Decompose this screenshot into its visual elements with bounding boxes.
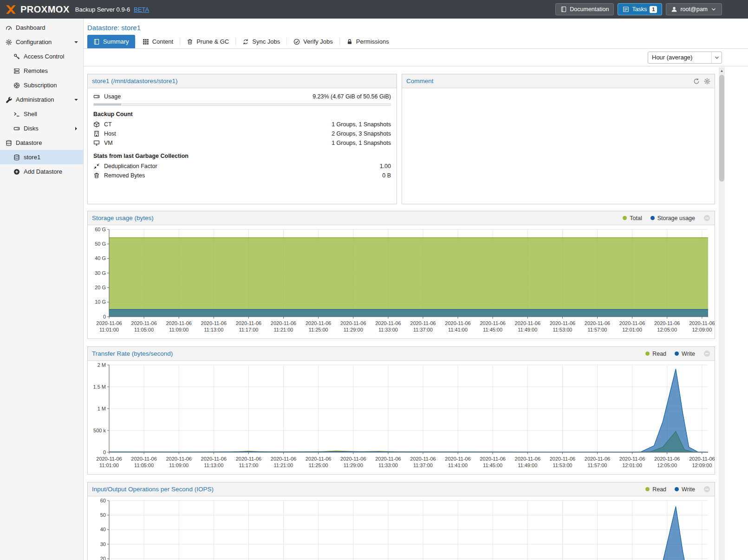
chevron-down-icon[interactable]: [73, 39, 79, 46]
chevron-down-icon: [714, 54, 720, 61]
tasks-icon: [623, 6, 629, 13]
sidebar-item-access-control[interactable]: Access Control: [0, 49, 83, 64]
minus-circle-icon[interactable]: [703, 486, 710, 493]
sidebar-item-dashboard[interactable]: Dashboard: [0, 20, 83, 35]
sidebar-item-configuration[interactable]: Configuration: [0, 35, 83, 49]
scrollbar-thumb[interactable]: [719, 75, 724, 182]
charts-container: Storage usage (bytes)TotalStorage usage0…: [87, 211, 715, 560]
row-value: 1.00: [380, 163, 391, 169]
sidebar-item-disks[interactable]: Disks: [0, 121, 83, 136]
svg-text:11:57:00: 11:57:00: [587, 462, 607, 468]
header: PROXMOX Backup Server 0.9-6 BETA Documen…: [0, 0, 748, 19]
svg-text:2020-11-06: 2020-11-06: [271, 456, 296, 462]
svg-text:2020-11-06: 2020-11-06: [550, 456, 575, 462]
svg-text:2020-11-06: 2020-11-06: [340, 320, 366, 326]
chevron-right-icon[interactable]: [73, 125, 79, 132]
comment-panel-header: Comment: [402, 74, 715, 88]
sidebar-item-store1[interactable]: store1: [0, 150, 83, 164]
beta-link[interactable]: BETA: [134, 6, 149, 13]
usage-label: Usage: [104, 93, 121, 100]
sidebar-item-add-datastore[interactable]: Add Datastore: [0, 164, 83, 179]
svg-text:2020-11-06: 2020-11-06: [445, 320, 470, 326]
svg-text:11:29:00: 11:29:00: [344, 462, 363, 468]
legend-total[interactable]: Total: [623, 215, 642, 221]
svg-text:11:49:00: 11:49:00: [518, 327, 537, 332]
trash-icon: [93, 172, 100, 179]
sidebar-item-datastore[interactable]: Datastore: [0, 136, 83, 150]
documentation-button[interactable]: Documentation: [555, 3, 614, 15]
book-icon: [93, 39, 100, 45]
legend-label: Storage usage: [657, 215, 695, 221]
scrollbar-up-arrow[interactable]: ▲: [719, 67, 725, 74]
svg-text:40 G: 40 G: [95, 255, 106, 261]
app-root: PROXMOX Backup Server 0.9-6 BETA Documen…: [0, 0, 748, 560]
svg-text:2020-11-06: 2020-11-06: [375, 456, 401, 462]
main-area: Datastore: store1 SummaryContentPrune & …: [84, 19, 748, 560]
database-icon: [6, 140, 12, 146]
tab-label: Permissions: [356, 38, 389, 45]
vertical-scrollbar[interactable]: ▲: [719, 67, 725, 560]
tab-prune-gc[interactable]: Prune & GC: [181, 35, 235, 48]
svg-text:2 M: 2 M: [98, 362, 106, 368]
legend-label: Read: [652, 486, 666, 493]
svg-text:12:09:00: 12:09:00: [692, 327, 712, 332]
sidebar-item-remotes[interactable]: Remotes: [0, 64, 83, 78]
sidebar-item-administration[interactable]: Administration: [0, 92, 83, 107]
svg-text:60 G: 60 G: [95, 227, 106, 232]
legend-read[interactable]: Read: [645, 351, 666, 357]
gauge-icon: [6, 25, 12, 31]
tab-label: Sync Jobs: [252, 38, 280, 45]
sidebar-item-label: Disks: [24, 125, 39, 132]
svg-text:2020-11-06: 2020-11-06: [515, 320, 540, 326]
legend-write[interactable]: Write: [675, 486, 695, 493]
summary-row-deduplication-factor: Deduplication Factor1.00: [93, 162, 391, 171]
reload-icon[interactable]: [693, 78, 700, 85]
sidebar-item-subscription[interactable]: Subscription: [0, 78, 83, 92]
comment-panel-body[interactable]: [402, 88, 715, 204]
legend-storage-usage[interactable]: Storage usage: [650, 215, 695, 221]
svg-text:30 G: 30 G: [95, 270, 106, 276]
sidebar-item-label: Shell: [24, 111, 37, 117]
cube-icon: [93, 121, 100, 128]
svg-text:50: 50: [100, 512, 106, 518]
usage-progressbar: [93, 103, 391, 106]
svg-text:2020-11-06: 2020-11-06: [166, 456, 191, 462]
summary-row-host: Host2 Groups, 3 Snapshots: [93, 129, 391, 138]
time-range-select[interactable]: Hour (average): [648, 52, 722, 64]
legend-dot-icon: [675, 487, 679, 491]
svg-text:11:45:00: 11:45:00: [483, 462, 502, 468]
svg-text:2020-11-06: 2020-11-06: [271, 320, 296, 326]
chart-svg: 01020304050602020-11-0611:01:002020-11-0…: [88, 497, 715, 560]
chart-panel-header: Input/Output Operations per Second (IOPS…: [88, 482, 715, 496]
user-menu-button[interactable]: root@pam: [666, 3, 722, 15]
trash-icon: [187, 39, 193, 45]
brand-name: PROXMOX: [20, 4, 70, 15]
svg-text:12:01:00: 12:01:00: [622, 327, 642, 332]
tab-permissions[interactable]: Permissions: [340, 35, 395, 48]
sidebar-item-shell[interactable]: Shell: [0, 107, 83, 121]
gear-icon[interactable]: [704, 78, 710, 85]
combo-arrow[interactable]: [711, 52, 722, 63]
svg-text:20 G: 20 G: [95, 285, 106, 290]
minus-circle-icon[interactable]: [703, 215, 710, 221]
toolbar: Hour (average): [84, 49, 748, 66]
proxmox-logo-icon: [5, 3, 17, 16]
tab-summary[interactable]: Summary: [87, 35, 135, 48]
svg-text:2020-11-06: 2020-11-06: [480, 320, 505, 326]
tasks-button[interactable]: Tasks 1: [618, 3, 662, 15]
chevron-down-icon[interactable]: [73, 97, 79, 103]
svg-text:11:25:00: 11:25:00: [309, 327, 328, 332]
usage-progress-fill: [94, 104, 121, 105]
legend-read[interactable]: Read: [645, 486, 666, 493]
row-value: 1 Groups, 1 Snapshots: [332, 140, 391, 146]
tab-sync-jobs[interactable]: Sync Jobs: [236, 35, 286, 48]
tab-verify-jobs[interactable]: Verify Jobs: [287, 35, 339, 48]
legend-write[interactable]: Write: [675, 351, 695, 357]
svg-text:12:01:00: 12:01:00: [622, 462, 642, 468]
chart-legend: ReadWrite: [645, 486, 710, 493]
tab-label: Content: [152, 38, 174, 45]
svg-text:20: 20: [100, 556, 106, 560]
tab-content[interactable]: Content: [137, 35, 180, 48]
legend-label: Write: [682, 351, 695, 357]
minus-circle-icon[interactable]: [703, 350, 710, 357]
